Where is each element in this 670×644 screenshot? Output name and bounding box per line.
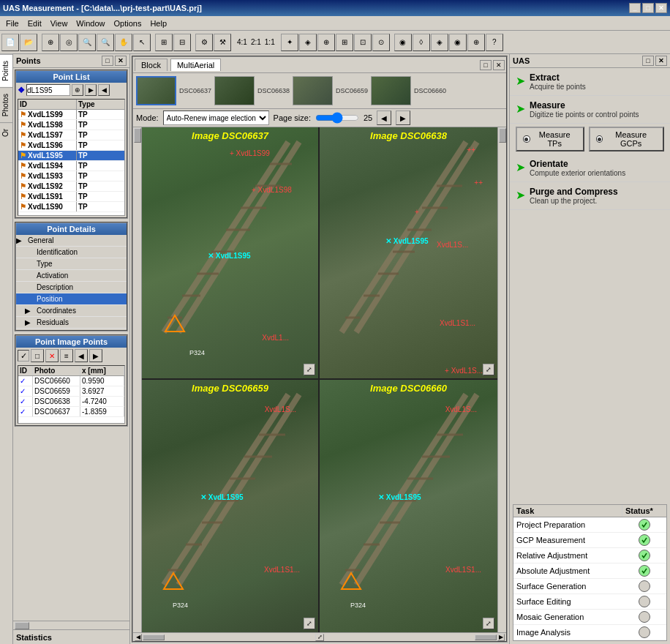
thumb-3[interactable] bbox=[371, 76, 411, 105]
tb-extra1[interactable]: ✦ bbox=[281, 34, 298, 51]
pip-row-0[interactable]: ✓ DSC06660 0.9590 bbox=[18, 376, 124, 386]
menu-window[interactable]: Window bbox=[72, 18, 109, 29]
menu-help[interactable]: Help bbox=[146, 18, 171, 29]
point-row-2[interactable]: ⚑XvdL1S97 TP bbox=[18, 130, 124, 141]
ma-tab-block[interactable]: Block bbox=[135, 59, 168, 71]
tb-tools2[interactable]: ⚒ bbox=[214, 34, 231, 51]
menu-file[interactable]: File bbox=[1, 18, 23, 29]
thumb-label-2[interactable]: DSC06659 bbox=[336, 87, 368, 94]
thumb-label-3[interactable]: DSC06660 bbox=[414, 87, 446, 94]
detail-coordinates[interactable]: ▶ Coordinates bbox=[16, 305, 127, 317]
sidebar-tab-other[interactable]: Or bbox=[0, 122, 12, 143]
tb-circle[interactable]: ◎ bbox=[60, 34, 78, 51]
tb-extra3[interactable]: ⊕ bbox=[317, 34, 335, 51]
ma-close[interactable]: ✕ bbox=[493, 60, 505, 70]
expand-btn-1[interactable]: ⤢ bbox=[483, 364, 494, 375]
tb-open[interactable]: 📂 bbox=[20, 34, 37, 51]
points-panel-close[interactable]: ✕ bbox=[115, 56, 127, 66]
grid-scrollbar-right[interactable] bbox=[497, 127, 506, 632]
ma-tab-multiarial[interactable]: MultiAerial bbox=[170, 59, 221, 71]
tb-move[interactable]: ⊞ bbox=[155, 34, 173, 51]
scroll-right-btn[interactable]: ▶ bbox=[497, 634, 505, 641]
filter-clear[interactable]: ⊕ bbox=[72, 84, 83, 96]
tb-extra6[interactable]: ⊙ bbox=[372, 34, 390, 51]
point-row-8[interactable]: ⚑XvdL1S91 TP bbox=[18, 192, 124, 202]
zoom-ratio-4-1[interactable]: 4:1 bbox=[236, 38, 249, 46]
pip-row-2[interactable]: ✓ DSC06638 -4.7240 bbox=[18, 397, 124, 407]
tb-zoom-out[interactable]: 🔍 bbox=[97, 34, 114, 51]
point-row-9[interactable]: ⚑XvdL1S90 TP bbox=[18, 202, 124, 212]
point-row-6[interactable]: ⚑XvdL1S93 TP bbox=[18, 171, 124, 181]
menu-options[interactable]: Options bbox=[109, 18, 146, 29]
image-scrollbar-bottom[interactable]: ◀ ⤢ ▶ bbox=[133, 632, 506, 641]
tb-extra5[interactable]: ⊡ bbox=[354, 34, 372, 51]
close-btn[interactable]: ✕ bbox=[655, 3, 667, 13]
mode-select[interactable]: Auto-Renew image election bbox=[163, 111, 269, 125]
filter-nav[interactable]: ◀ bbox=[98, 84, 110, 96]
thumb-0[interactable] bbox=[136, 76, 176, 105]
points-scrollbar-h[interactable] bbox=[13, 621, 129, 629]
orientate-title[interactable]: Orientate bbox=[530, 159, 664, 169]
point-row-5[interactable]: ⚑XvdL1S94 TP bbox=[18, 161, 124, 171]
zoom-ratio-2-1[interactable]: 2:1 bbox=[249, 38, 263, 46]
extract-title[interactable]: Extract bbox=[530, 72, 664, 83]
measure-gcps-btn[interactable]: Measure GCPs bbox=[589, 127, 664, 151]
tb-help[interactable]: ? bbox=[486, 34, 503, 51]
pip-settings[interactable]: ≡ bbox=[60, 349, 73, 362]
menu-edit[interactable]: Edit bbox=[23, 18, 46, 29]
expand-btn-0[interactable]: ⤢ bbox=[304, 364, 315, 375]
uas-maximize[interactable]: □ bbox=[642, 56, 654, 66]
pip-delete[interactable]: ✕ bbox=[45, 349, 59, 362]
tb-copy[interactable]: ⊟ bbox=[173, 34, 191, 51]
tb-extra7[interactable]: ◉ bbox=[394, 34, 412, 51]
point-row-4[interactable]: ⚑XvdL1S95 TP bbox=[18, 151, 124, 161]
thumb-1[interactable] bbox=[214, 76, 255, 105]
points-panel-maximize[interactable]: □ bbox=[102, 56, 113, 66]
sidebar-tab-photos[interactable]: Photos bbox=[0, 87, 12, 122]
pip-row-1[interactable]: ✓ DSC06659 3.6927 bbox=[18, 386, 124, 397]
page-nav-next[interactable]: ▶ bbox=[396, 111, 410, 125]
tb-extra9[interactable]: ◈ bbox=[431, 34, 448, 51]
uas-close[interactable]: ✕ bbox=[655, 56, 667, 66]
tb-tools1[interactable]: ⚙ bbox=[195, 34, 213, 51]
filter-apply[interactable]: ▶ bbox=[85, 84, 97, 96]
measure-title[interactable]: Measure bbox=[530, 100, 664, 111]
purge-title[interactable]: Purge and Compress bbox=[530, 187, 664, 197]
tb-extra11[interactable]: ⊕ bbox=[467, 34, 485, 51]
thumb-2[interactable] bbox=[293, 76, 333, 105]
expand-btn-3[interactable]: ⤢ bbox=[483, 618, 494, 629]
expand-grid-btn[interactable]: ⤢ bbox=[315, 634, 324, 641]
detail-residuals[interactable]: ▶ Residuals bbox=[16, 317, 127, 329]
tb-zoom-in[interactable]: 🔍 bbox=[78, 34, 96, 51]
detail-stddevs[interactable]: ▶ StdDevs bbox=[16, 329, 127, 330]
tb-select[interactable]: ↖ bbox=[133, 34, 151, 51]
grid-scrollbar-left[interactable] bbox=[133, 127, 142, 632]
pip-square[interactable]: □ bbox=[31, 349, 44, 362]
point-filter-input[interactable] bbox=[26, 84, 70, 96]
tb-points[interactable]: ⊕ bbox=[42, 34, 59, 51]
tb-new[interactable]: 📄 bbox=[1, 34, 19, 51]
pip-row-3[interactable]: ✓ DSC06637 -1.8359 bbox=[18, 407, 124, 417]
minimize-btn[interactable]: _ bbox=[629, 3, 641, 13]
point-row-3[interactable]: ⚑XvdL1S96 TP bbox=[18, 141, 124, 151]
menu-view[interactable]: View bbox=[46, 18, 72, 29]
tb-extra8[interactable]: ◊ bbox=[413, 34, 430, 51]
page-nav-prev[interactable]: ◀ bbox=[377, 111, 391, 125]
point-row-7[interactable]: ⚑XvdL1S92 TP bbox=[18, 181, 124, 192]
thumb-label-1[interactable]: DSC06638 bbox=[257, 87, 290, 94]
scroll-left-btn[interactable]: ◀ bbox=[135, 634, 142, 641]
pip-nav-right[interactable]: ▶ bbox=[89, 349, 102, 362]
sidebar-tab-points[interactable]: Points bbox=[0, 54, 12, 87]
tb-extra2[interactable]: ◈ bbox=[299, 34, 317, 51]
zoom-ratio-1-1[interactable]: 1:1 bbox=[263, 38, 276, 46]
expand-btn-2[interactable]: ⤢ bbox=[304, 618, 315, 629]
page-size-slider[interactable] bbox=[315, 112, 359, 124]
pip-checkbox[interactable]: ✓ bbox=[18, 350, 29, 362]
ma-maximize[interactable]: □ bbox=[480, 60, 492, 70]
point-row-1[interactable]: ⚑XvdL1S98 TP bbox=[18, 120, 124, 130]
tb-extra4[interactable]: ⊞ bbox=[336, 34, 353, 51]
thumb-label-0[interactable]: DSC06637 bbox=[179, 87, 211, 94]
measure-tps-btn[interactable]: Measure TPs bbox=[516, 127, 584, 151]
tb-extra10[interactable]: ◉ bbox=[449, 34, 467, 51]
pip-nav-left[interactable]: ◀ bbox=[75, 349, 88, 362]
